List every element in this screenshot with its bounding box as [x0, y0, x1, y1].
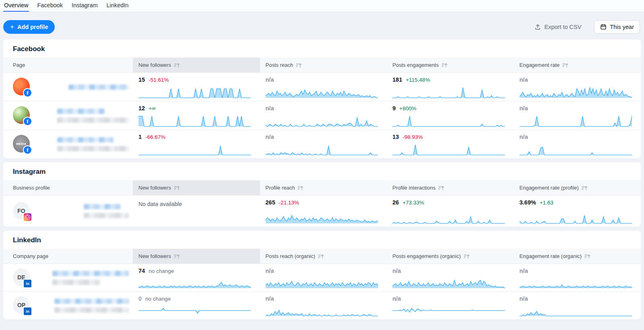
plus-icon: +: [10, 23, 14, 30]
column-header-posts-reach[interactable]: Posts reach: [260, 58, 387, 72]
tab-linkedin[interactable]: LinkedIn: [106, 1, 130, 12]
sort-ascending-icon: [442, 63, 448, 68]
redacted-text-block: [52, 271, 129, 276]
column-header-engagement-rate-organic[interactable]: Engagement rate (organic): [514, 249, 641, 264]
section-card-instagram: InstagramBusiness profileNew followersPr…: [3, 162, 641, 227]
column-header-label: Profile reach: [266, 185, 295, 191]
metric-value: 265: [266, 199, 275, 206]
sparkline-chart: [520, 85, 632, 99]
column-header-new-followers[interactable]: New followers: [133, 180, 260, 195]
sort-ascending-icon: [582, 186, 588, 191]
metric-delta: +73.33%: [402, 200, 424, 206]
column-header-profile-reach[interactable]: Profile reach: [260, 180, 387, 195]
column-header-label: Posts engagements: [392, 62, 439, 68]
sort-ascending-icon: [297, 186, 303, 191]
metric-delta: +800%: [399, 105, 416, 111]
tab-instagram[interactable]: Instagram: [71, 1, 98, 12]
column-header-label: Engagement rate: [520, 62, 560, 68]
instagram-badge-icon: [23, 212, 32, 222]
sparkline-chart: [266, 210, 378, 224]
redacted-text-block: [68, 85, 129, 90]
metric-value: 26: [392, 199, 399, 206]
metric-value-line: 3.69%+1.63: [520, 199, 632, 206]
column-header-new-followers[interactable]: New followers: [133, 58, 260, 72]
metric-cell: No data available: [133, 196, 260, 227]
metric-value-line: n/a: [392, 268, 505, 274]
metric-cell: n/a: [260, 101, 387, 130]
metric-cell: n/a: [260, 130, 387, 158]
metric-value-line: 0no change: [138, 295, 251, 302]
metric-value-line: 1-66.67%: [138, 134, 251, 140]
metric-value-line: n/a: [392, 295, 505, 302]
date-range-button[interactable]: This year: [594, 20, 640, 34]
sparkline-chart: [392, 85, 505, 99]
avatar: f: [13, 106, 31, 125]
sparkline-chart: [520, 113, 632, 127]
sort-ascending-icon: [562, 63, 568, 68]
profile-cell[interactable]: FO: [3, 196, 133, 227]
profile-cell[interactable]: OPin: [3, 292, 133, 319]
tab-facebook[interactable]: Facebook: [36, 1, 64, 12]
profile-cell[interactable]: MEDIAf: [3, 130, 133, 158]
metric-value: 9: [392, 105, 396, 111]
column-header-posts-engagements[interactable]: Posts engagements: [387, 58, 514, 72]
sparkline-chart: [266, 275, 378, 289]
export-csv-button[interactable]: Export to CSV: [532, 23, 584, 31]
metric-value: 74: [138, 268, 145, 274]
table-row: FONo data available265-21.13%26+73.33%3.…: [3, 195, 641, 227]
column-header-label: New followers: [138, 185, 171, 191]
metric-cell: 74no change: [133, 264, 260, 291]
table-header: Business profileNew followersProfile rea…: [3, 180, 641, 195]
metric-value: 0: [138, 295, 142, 302]
metric-cell: 15-51.61%: [133, 73, 260, 101]
sort-ascending-icon: [438, 186, 444, 191]
metric-value-line: n/a: [520, 105, 632, 111]
section-card-linkedin: LinkedInCompany pageNew followersPosts r…: [3, 231, 641, 319]
column-header-engagement-rate[interactable]: Engagement rate: [514, 58, 641, 72]
facebook-badge-icon: f: [23, 88, 32, 97]
redacted-text-block: [57, 109, 105, 114]
metric-delta: -51.61%: [149, 77, 169, 83]
metric-cell: n/a: [387, 292, 514, 319]
metric-value-line: n/a: [266, 268, 378, 274]
metric-value: 15: [138, 76, 145, 83]
sparkline-chart: [520, 303, 632, 317]
linkedin-badge-icon: in: [23, 279, 32, 288]
column-header-posts-reach-organic[interactable]: Posts reach (organic): [260, 249, 387, 264]
metric-cell: 26+73.33%: [387, 196, 514, 227]
tab-overview[interactable]: Overview: [3, 1, 29, 12]
metric-cell: n/a: [514, 130, 641, 158]
metric-value-line: 9+800%: [392, 105, 505, 111]
profile-name-redacted: [54, 299, 129, 313]
profile-cell[interactable]: DEin: [3, 264, 133, 291]
metric-cell: 3.69%+1.63: [514, 196, 641, 227]
column-header-posts-engagements-organic[interactable]: Posts engagements (organic): [387, 249, 514, 264]
metric-delta: +1.63: [540, 200, 553, 206]
section-title: Facebook: [3, 39, 641, 58]
profile-cell[interactable]: f: [3, 101, 133, 130]
column-header-new-followers[interactable]: New followers: [133, 249, 260, 264]
profile-cell[interactable]: f: [3, 73, 133, 101]
metric-value-line: n/a: [266, 76, 378, 83]
metric-cell: 265-21.13%: [260, 196, 387, 227]
sparkline-chart: [138, 303, 251, 317]
section-title: Instagram: [3, 162, 641, 180]
sparkline-chart: [520, 275, 632, 289]
metric-cell: 12+∞: [133, 101, 260, 130]
sort-ascending-icon: [318, 254, 324, 259]
avatar: DEin: [13, 268, 31, 287]
metric-value-line: n/a: [520, 134, 632, 140]
metric-value: n/a: [520, 295, 528, 302]
add-profile-button[interactable]: + Add profile: [3, 20, 55, 34]
metric-value: n/a: [392, 268, 401, 274]
metric-value: 13: [392, 134, 399, 140]
sparkline-chart: [392, 303, 505, 317]
column-header-profile-interactions[interactable]: Profile interactions: [387, 180, 514, 195]
metric-value-line: n/a: [266, 105, 378, 111]
column-header-engagement-rate-profile[interactable]: Engagement rate (profile): [514, 180, 641, 195]
metric-value-line: n/a: [520, 76, 632, 83]
column-header-label: Posts reach: [266, 62, 293, 68]
metric-value: n/a: [520, 105, 528, 111]
sparkline-chart: [520, 210, 632, 224]
sparkline-chart: [138, 113, 251, 127]
